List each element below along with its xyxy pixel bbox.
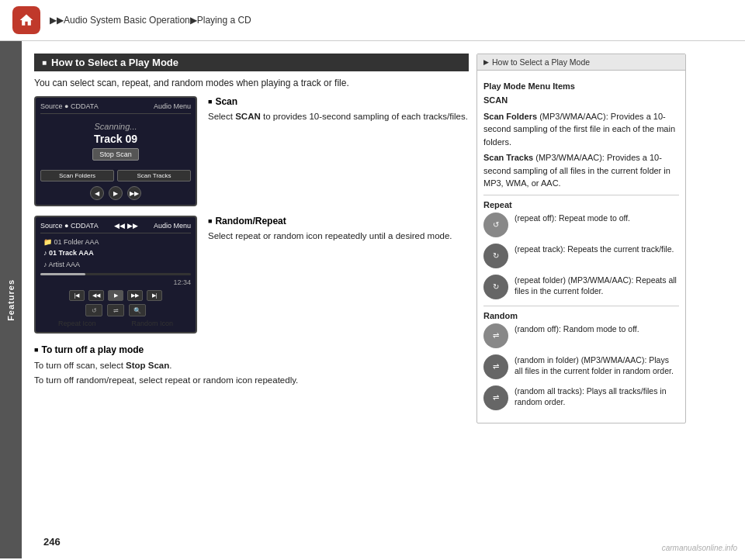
ref-scan-keyword: SCAN <box>483 95 508 105</box>
track-list: 📁 01 Folder AAA ♪ 01 Track AAA ♪ Artist … <box>40 237 191 270</box>
ctrl-prev[interactable]: |◀ <box>69 290 85 301</box>
doc-content: How to Select a Play Mode You can select… <box>34 54 469 551</box>
folder-icon: 📁 <box>43 238 52 246</box>
scan-screen: Source ● CDDATA Audio Menu Scanning... T… <box>34 96 197 206</box>
repeat-track-icon: ↻ <box>483 244 508 268</box>
scan-desc: Scan Select SCAN to provides 10-second s… <box>205 96 469 206</box>
scanning-text: Scanning... <box>40 122 191 131</box>
ref-scan-bold: SCAN <box>483 94 679 107</box>
content-area: How to Select a Play Mode You can select… <box>22 41 745 558</box>
ctrl-play[interactable]: ▶ <box>108 290 123 301</box>
ctrl-rwd[interactable]: ◀◀ <box>88 290 104 301</box>
intro-text: You can select scan, repeat, and random … <box>34 78 469 88</box>
scan-title: Scan <box>208 96 469 107</box>
ref-divider-1 <box>483 195 679 195</box>
scan-buttons-row: Scan Folders Scan Tracks <box>40 170 191 181</box>
screen2-source: Source ● CDDATA <box>40 222 99 230</box>
header: ▶▶Audio System Basic Operation▶Playing a… <box>0 0 745 41</box>
repeat-icon-row-2: ↻ (repeat track): Repeats the current tr… <box>483 244 679 268</box>
track-text: Track 09 <box>40 133 191 145</box>
scan-tracks-btn[interactable]: Scan Tracks <box>117 170 191 181</box>
screen1-header: Source ● CDDATA Audio Menu <box>40 102 191 114</box>
random-off-icon: ⇌ <box>483 323 508 348</box>
repeat-folder-icon: ↻ <box>483 275 508 299</box>
random-icon-row-2: ⇌ (random in folder) (MP3/WMA/AAC): Play… <box>483 354 679 379</box>
random-all-desc: (random all tracks): Plays all tracks/fi… <box>515 385 679 408</box>
random-repeat-title: Random/Repeat <box>208 216 469 226</box>
track-list-item-1: 📁 01 Folder AAA <box>43 237 191 247</box>
nav-btn-1[interactable]: ◀ <box>90 186 104 200</box>
random-icon-btn[interactable]: ⇌ <box>107 304 124 316</box>
turn-off-line2: To turn off random/repeat, select repeat… <box>34 373 469 387</box>
playback-controls: |◀ ◀◀ ▶ ▶▶ ▶| <box>40 290 191 301</box>
random-off-desc: (random off): Random mode to off. <box>515 323 639 335</box>
screen2-controls: ◀◀ ▶▶ <box>114 222 138 230</box>
ctrl-fwd[interactable]: ▶▶ <box>127 290 143 301</box>
random-repeat-desc: Random/Repeat Select repeat or random ic… <box>205 216 469 334</box>
ref-scan-tracks: Scan Tracks (MP3/WMA/AAC): Provides a 10… <box>483 151 679 190</box>
random-icon-row-3: ⇌ (random all tracks): Plays all tracks/… <box>483 385 679 410</box>
turn-off-section: To turn off a play mode To turn off scan… <box>34 344 469 387</box>
home-svg <box>19 12 34 28</box>
main-content: Features How to Select a Play Mode You c… <box>0 41 745 558</box>
random-icon-row-1: ⇌ (random off): Random mode to off. <box>483 323 679 348</box>
random-all-icon: ⇌ <box>483 385 508 410</box>
random-folder-icon: ⇌ <box>483 354 508 379</box>
ref-repeat-label: Repeat <box>483 200 679 209</box>
scan-desc-text: Select SCAN to provides 10-second sampli… <box>208 110 469 123</box>
stop-scan-btn[interactable]: Stop Scan <box>92 148 139 161</box>
scan-folders-btn[interactable]: Scan Folders <box>40 170 114 181</box>
ref-panel: How to Select a Play Mode Play Mode Menu… <box>476 54 686 423</box>
time-display: 12:34 <box>40 278 191 286</box>
repeat-off-desc: (repeat off): Repeat mode to off. <box>515 213 630 224</box>
repeat-folder-desc: (repeat folder) (MP3/WMA/AAC): Repeats a… <box>515 275 679 297</box>
ref-random-label: Random <box>483 311 679 320</box>
screen1-menu: Audio Menu <box>154 102 191 110</box>
turn-off-prefix: To turn off scan, select <box>34 361 126 370</box>
screen2-menu: Audio Menu <box>154 222 191 230</box>
sidebar: Features <box>0 41 22 558</box>
track-list-item-2: ♪ 01 Track AAA <box>43 247 191 258</box>
progress-bar <box>40 273 191 275</box>
scan-suffix: to provides 10-second sampling of each t… <box>261 112 468 121</box>
repeat-off-icon: ↺ <box>483 213 508 237</box>
repeat-icon-row-3: ↻ (repeat folder) (MP3/WMA/AAC): Repeats… <box>483 275 679 299</box>
track-list-item-3: ♪ Artist AAA <box>43 259 191 270</box>
screen1-source: Source ● CDDATA <box>40 102 99 110</box>
sidebar-label: Features <box>6 279 16 321</box>
repeat-icon-row-1: ↺ (repeat off): Repeat mode to off. <box>483 213 679 237</box>
random-repeat-desc-text: Select repeat or random icon repeatedly … <box>208 230 469 243</box>
music-icon: ♪ <box>43 249 47 257</box>
turn-off-keyword: Stop Scan <box>126 361 169 370</box>
nav-btn-3[interactable]: ▶▶ <box>127 186 141 200</box>
screen1-center: Scanning... Track 09 Stop Scan <box>40 119 191 167</box>
progress-fill <box>40 273 85 275</box>
breadcrumb: ▶▶Audio System Basic Operation▶Playing a… <box>50 15 251 26</box>
turn-off-line1: To turn off scan, select Stop Scan. <box>34 358 469 372</box>
repeat-track-desc: (repeat track): Repeats the current trac… <box>515 244 674 255</box>
screen2-caption: Repeat Icon Random Icon <box>40 320 191 327</box>
random-folder-desc: (random in folder) (MP3/WMA/AAC): Plays … <box>515 354 679 377</box>
search-btn[interactable]: 🔍 <box>129 304 146 316</box>
ref-panel-header: How to Select a Play Mode <box>477 54 685 71</box>
ref-scan-tracks-bold: Scan Tracks <box>483 153 533 162</box>
nav-btn-2[interactable]: ▶ <box>109 186 123 200</box>
repeat-icon-label: Repeat Icon <box>58 320 96 327</box>
random-repeat-row: Source ● CDDATA ◀◀ ▶▶ Audio Menu 📁 01 Fo… <box>34 216 469 334</box>
ctrl-next[interactable]: ▶| <box>147 290 162 301</box>
turn-off-title: To turn off a play mode <box>34 344 469 355</box>
scan-prefix: Select <box>208 112 235 121</box>
random-icon-label: Random Icon <box>131 320 173 327</box>
ref-panel-body: Play Mode Menu Items SCAN Scan Folders (… <box>477 71 685 423</box>
home-icon[interactable] <box>12 6 40 34</box>
watermark: carmanualsonline.info <box>662 544 737 552</box>
bottom-icons-row: ↺ ⇌ 🔍 <box>40 304 191 316</box>
ref-section1-label: Play Mode Menu Items <box>483 81 679 91</box>
section-title-text: How to Select a Play Mode <box>51 57 178 68</box>
turn-off-text: To turn off scan, select Stop Scan. To t… <box>34 358 469 387</box>
turn-off-suffix: . <box>169 361 172 370</box>
page-number: 246 <box>43 536 61 548</box>
scan-keyword: SCAN <box>235 112 261 121</box>
random-screen: Source ● CDDATA ◀◀ ▶▶ Audio Menu 📁 01 Fo… <box>34 216 197 334</box>
repeat-icon-btn[interactable]: ↺ <box>85 304 102 316</box>
